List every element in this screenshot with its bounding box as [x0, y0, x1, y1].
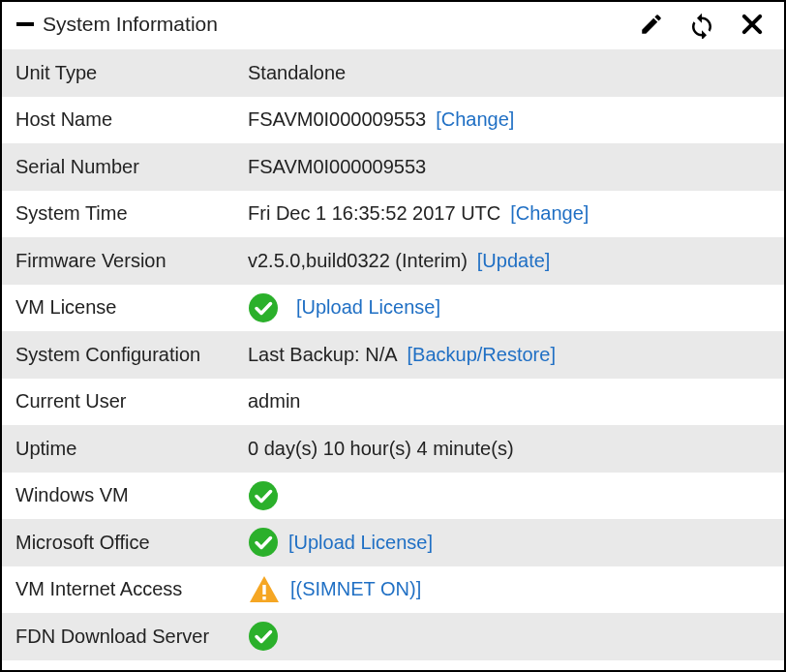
label-vm-license: VM License	[15, 296, 248, 319]
check-circle-icon	[248, 480, 279, 511]
svg-point-2	[249, 481, 278, 510]
row-unit-type: Unit Type Standalone	[2, 49, 784, 97]
panel-header-actions	[637, 10, 771, 39]
value-current-user: admin	[248, 390, 300, 412]
value-firmware-version: v2.5.0,build0322 (Interim)	[248, 250, 468, 272]
edit-icon[interactable]	[637, 10, 666, 39]
label-system-time: System Time	[15, 202, 248, 225]
info-table: Unit Type Standalone Host Name FSAVM0I00…	[2, 49, 784, 660]
upload-vm-license-link[interactable]: [Upload License]	[296, 296, 440, 319]
label-microsoft-office: Microsoft Office	[15, 532, 248, 554]
label-current-user: Current User	[15, 390, 248, 412]
svg-point-1	[249, 293, 278, 322]
row-fdn-download-server: FDN Download Server	[2, 613, 784, 660]
row-vm-internet-access: VM Internet Access [(SIMNET ON)]	[2, 566, 784, 614]
collapse-icon[interactable]	[15, 15, 35, 34]
refresh-icon[interactable]	[687, 10, 716, 39]
warning-triangle-icon	[248, 573, 281, 606]
svg-point-6	[249, 622, 278, 651]
row-system-time: System Time Fri Dec 1 16:35:52 2017 UTC …	[2, 191, 784, 238]
backup-restore-link[interactable]: [Backup/Restore]	[408, 344, 556, 366]
row-windows-vm: Windows VM	[2, 473, 784, 520]
simnet-toggle-link[interactable]: [(SIMNET ON)]	[290, 578, 421, 600]
label-windows-vm: Windows VM	[15, 484, 248, 506]
upload-office-license-link[interactable]: [Upload License]	[288, 532, 433, 554]
label-firmware-version: Firmware Version	[15, 250, 248, 272]
panel-title: System Information	[43, 13, 218, 36]
value-host-name: FSAVM0I000009553	[248, 108, 426, 131]
close-icon[interactable]	[738, 10, 767, 39]
svg-rect-0	[16, 22, 34, 26]
update-firmware-link[interactable]: [Update]	[477, 250, 551, 272]
panel-header: System Information	[2, 2, 784, 49]
value-system-configuration: Last Backup: N/A	[248, 344, 398, 366]
value-serial-number: FSAVM0I000009553	[248, 156, 426, 178]
row-microsoft-office: Microsoft Office [Upload License]	[2, 519, 784, 566]
label-serial-number: Serial Number	[15, 156, 248, 178]
label-system-configuration: System Configuration	[15, 344, 248, 366]
panel-header-left: System Information	[15, 13, 637, 36]
svg-rect-4	[262, 585, 265, 595]
check-circle-icon	[248, 292, 279, 323]
value-uptime: 0 day(s) 10 hour(s) 4 minute(s)	[248, 438, 514, 460]
row-uptime: Uptime 0 day(s) 10 hour(s) 4 minute(s)	[2, 425, 784, 473]
check-circle-icon	[248, 621, 279, 652]
row-current-user: Current User admin	[2, 379, 784, 426]
row-host-name: Host Name FSAVM0I000009553 [Change]	[2, 97, 784, 144]
value-unit-type: Standalone	[248, 62, 346, 84]
svg-point-3	[249, 528, 278, 557]
row-firmware-version: Firmware Version v2.5.0,build0322 (Inter…	[2, 237, 784, 285]
svg-rect-5	[262, 596, 265, 599]
label-host-name: Host Name	[15, 108, 248, 131]
row-system-configuration: System Configuration Last Backup: N/A [B…	[2, 331, 784, 379]
check-circle-icon	[248, 527, 279, 558]
row-serial-number: Serial Number FSAVM0I000009553	[2, 143, 784, 191]
label-fdn-download-server: FDN Download Server	[15, 626, 248, 648]
row-vm-license: VM License [Upload License]	[2, 285, 784, 332]
value-system-time: Fri Dec 1 16:35:52 2017 UTC	[248, 202, 500, 225]
change-system-time-link[interactable]: [Change]	[510, 202, 589, 225]
change-host-name-link[interactable]: [Change]	[436, 108, 514, 131]
label-uptime: Uptime	[15, 438, 248, 460]
label-vm-internet-access: VM Internet Access	[15, 578, 248, 600]
label-unit-type: Unit Type	[15, 62, 248, 84]
